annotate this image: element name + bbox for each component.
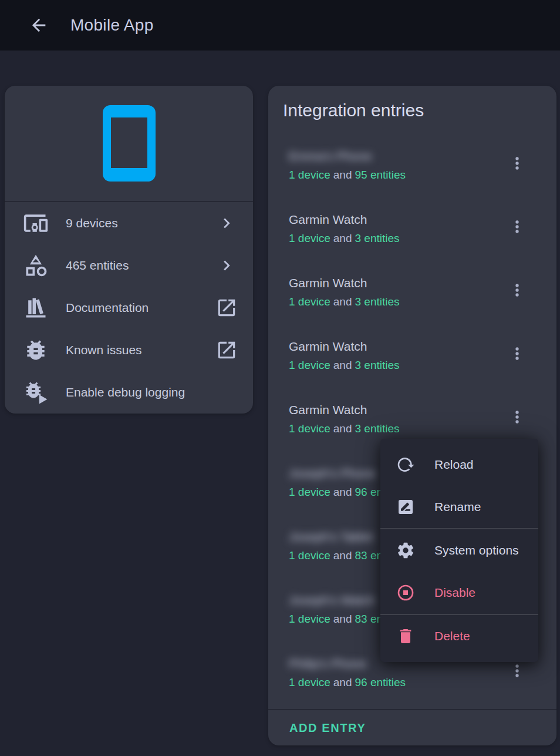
entry-context-menu: ReloadRenameSystem optionsDisableDelete <box>380 439 538 662</box>
info-item-9-devices[interactable]: 9 devices <box>5 202 253 244</box>
menu-item-label: Rename <box>434 500 481 514</box>
rename-box-icon <box>396 497 416 517</box>
entity-count-link[interactable]: 3 entities <box>355 421 399 437</box>
entry-summary-conjunction: and <box>333 421 352 437</box>
device-count-link[interactable]: 1 device <box>289 484 330 500</box>
integration-entry: Garmin Watch1 deviceand3 entities <box>268 324 556 388</box>
back-button[interactable] <box>26 12 52 38</box>
info-item-label: Documentation <box>66 301 215 315</box>
info-item-documentation[interactable]: Documentation <box>5 287 253 329</box>
device-count-link[interactable]: 1 device <box>289 421 330 437</box>
device-count-link[interactable]: 1 device <box>289 230 330 247</box>
entry-name: Emma's Phone <box>289 148 372 164</box>
entry-summary-conjunction: and <box>333 167 352 183</box>
entry-summary: 1 deviceand95 entities <box>289 167 500 183</box>
cellphone-icon <box>103 105 156 182</box>
entry-summary-conjunction: and <box>333 547 352 564</box>
dots-vertical-icon <box>508 408 527 426</box>
menu-item-disable[interactable]: Disable <box>380 572 538 614</box>
entity-count-link[interactable]: 95 entities <box>355 167 406 183</box>
entries-title: Integration entries <box>283 99 556 122</box>
entry-summary-conjunction: and <box>333 611 352 627</box>
integration-entry: Garmin Watch1 deviceand3 entities <box>268 197 556 261</box>
integration-entry: Emma's Phone1 deviceand95 entities <box>268 134 556 197</box>
info-item-enable-debug-logging[interactable]: Enable debug logging <box>5 371 253 414</box>
entry-menu-button[interactable] <box>503 340 531 368</box>
info-item-label: Known issues <box>66 343 215 357</box>
entry-name: Joseph's Phone <box>289 465 376 482</box>
add-entry-button[interactable]: ADD ENTRY <box>289 721 366 735</box>
arrow-left-icon <box>29 15 49 35</box>
info-list: 9 devices465 entitiesDocumentationKnown … <box>5 202 253 414</box>
entry-summary-conjunction: and <box>333 484 352 500</box>
dots-vertical-icon <box>508 217 527 236</box>
menu-item-reload[interactable]: Reload <box>380 443 538 486</box>
entry-menu-button[interactable] <box>503 213 531 241</box>
device-count-link[interactable]: 1 device <box>289 674 330 691</box>
integration-icon-area <box>5 86 253 201</box>
info-item-label: 465 entities <box>66 258 215 273</box>
entity-count-link[interactable]: 3 entities <box>355 357 399 374</box>
dots-vertical-icon <box>508 661 527 680</box>
entry-name: Garmin Watch <box>289 402 367 418</box>
menu-item-system-options[interactable]: System options <box>380 529 538 572</box>
bug-icon <box>22 337 49 364</box>
menu-item-rename[interactable]: Rename <box>380 486 538 528</box>
entry-summary-conjunction: and <box>333 294 352 310</box>
entry-summary: 1 deviceand3 entities <box>289 357 500 374</box>
menu-item-label: Delete <box>434 629 470 643</box>
menu-item-label: System options <box>434 543 519 557</box>
entry-menu-button[interactable] <box>503 276 531 304</box>
entry-summary: 1 deviceand96 entities <box>289 674 500 691</box>
entity-count-link[interactable]: 96 entities <box>355 674 406 691</box>
devices-icon <box>22 210 49 237</box>
cog-icon <box>396 540 416 560</box>
shape-outline-icon <box>22 252 49 279</box>
menu-item-delete[interactable]: Delete <box>380 615 538 657</box>
stop-circle-outline-icon <box>396 583 416 603</box>
dots-vertical-icon <box>508 154 527 173</box>
entry-name: Garmin Watch <box>289 211 367 228</box>
menu-item-label: Reload <box>434 458 474 472</box>
entry-name: Garmin Watch <box>289 275 367 291</box>
chevron-right-icon <box>215 212 238 234</box>
entry-menu-button[interactable] <box>503 403 531 431</box>
device-count-link[interactable]: 1 device <box>289 357 330 374</box>
info-item-label: 9 devices <box>66 216 215 230</box>
entry-name: Joseph's Tablet <box>289 529 373 545</box>
entry-summary-conjunction: and <box>333 674 352 691</box>
entry-summary: 1 deviceand3 entities <box>289 294 500 310</box>
dots-vertical-icon <box>508 344 527 363</box>
entry-summary-conjunction: and <box>333 357 352 374</box>
reload-icon <box>396 455 416 475</box>
info-item-465-entities[interactable]: 465 entities <box>5 244 253 287</box>
bookshelf-icon <box>22 294 49 321</box>
bug-play-icon <box>22 379 49 406</box>
page-title: Mobile App <box>70 16 154 35</box>
chevron-right-icon <box>215 254 238 277</box>
device-count-link[interactable]: 1 device <box>289 611 330 627</box>
entry-summary-conjunction: and <box>333 230 352 247</box>
app-bar: Mobile App <box>0 0 560 51</box>
device-count-link[interactable]: 1 device <box>289 294 330 310</box>
entity-count-link[interactable]: 3 entities <box>355 230 399 247</box>
delete-icon <box>396 626 416 646</box>
integration-info-card: 9 devices465 entitiesDocumentationKnown … <box>5 86 253 414</box>
info-item-known-issues[interactable]: Known issues <box>5 329 253 371</box>
dots-vertical-icon <box>508 281 527 300</box>
device-count-link[interactable]: 1 device <box>289 167 330 183</box>
device-count-link[interactable]: 1 device <box>289 547 330 564</box>
open-in-new-icon <box>215 339 238 361</box>
entry-name: Joseph's Watch <box>289 592 375 609</box>
entry-menu-button[interactable] <box>503 149 531 177</box>
entry-summary: 1 deviceand3 entities <box>289 230 500 247</box>
entry-name: Philip's Phone <box>289 656 366 672</box>
open-in-new-icon <box>215 297 238 319</box>
menu-item-label: Disable <box>434 586 475 600</box>
entity-count-link[interactable]: 3 entities <box>355 294 399 310</box>
entry-summary: 1 deviceand3 entities <box>289 421 500 437</box>
info-item-label: Enable debug logging <box>66 385 238 399</box>
entries-card-footer: ADD ENTRY <box>268 709 556 745</box>
integration-entry: Garmin Watch1 deviceand3 entities <box>268 261 556 324</box>
entry-name: Garmin Watch <box>289 338 367 355</box>
